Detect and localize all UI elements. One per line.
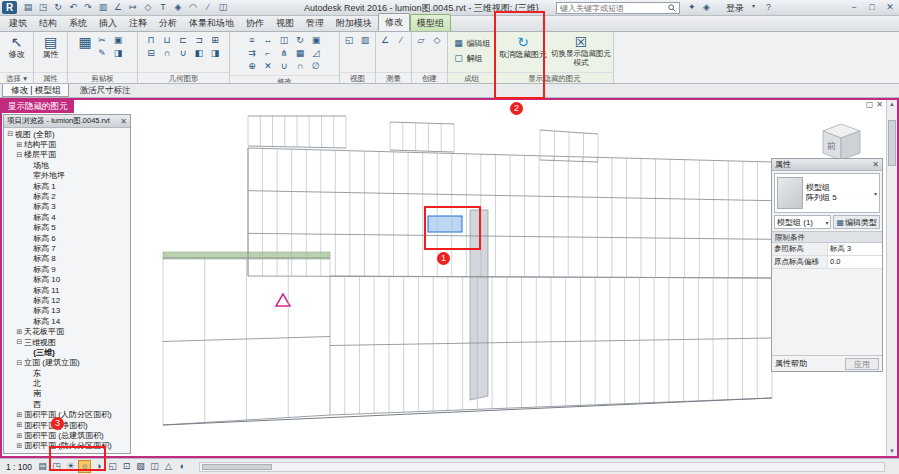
tab-12[interactable]: 修改 [378, 13, 410, 31]
undo-icon[interactable]: ↶ [66, 1, 80, 14]
copy-to-clipboard-icon[interactable]: ▣ [111, 34, 126, 47]
minimize-icon[interactable]: − [847, 1, 861, 14]
viewcube[interactable]: 前 [817, 120, 863, 162]
measure-distance-icon[interactable]: ∠ [378, 34, 393, 47]
tree-item[interactable]: ⊞天花板平面 [4, 326, 130, 336]
tree-item[interactable]: 室外地坪 [4, 171, 130, 181]
tab-4[interactable]: 插入 [93, 15, 123, 31]
tree-expander-icon[interactable]: ⊞ [15, 421, 24, 429]
tree-item[interactable]: 标高 11 [4, 285, 130, 295]
tree-item[interactable]: ⊞面积平面 (总建筑面积) [4, 430, 130, 440]
tree-item[interactable]: 标高 1 [4, 181, 130, 191]
join-geometry-icon[interactable]: ⊔ [160, 34, 175, 47]
tree-item[interactable]: 标高 14 [4, 316, 130, 326]
tree-item[interactable]: ⊟立面 (建筑立面) [4, 358, 130, 368]
context-mode-tab[interactable]: 修改 | 模型组 [2, 84, 69, 97]
selection-filter-dropdown[interactable]: 模型组 (1)▾ [774, 215, 831, 229]
tab-3[interactable]: 系统 [63, 15, 93, 31]
edit-type-button[interactable]: ▦ 编辑类型 [833, 215, 880, 229]
tree-expander-icon[interactable]: ⊞ [15, 328, 24, 336]
trim-icon[interactable]: ⌐ [261, 47, 276, 60]
cope-icon[interactable]: ⊓ [144, 34, 159, 47]
cut-geometry-icon[interactable]: ∩ [160, 47, 175, 60]
analytical-model-icon[interactable]: ◫ [148, 460, 161, 473]
view-close-icon[interactable]: ✕ [876, 100, 883, 109]
panel-label-select[interactable]: 选择 ▾ [0, 72, 33, 83]
maximize-icon[interactable]: □ [865, 1, 879, 14]
tag-icon[interactable]: ◇ [141, 1, 155, 14]
communication-center-icon[interactable]: ◈ [703, 2, 710, 12]
tab-10[interactable]: 管理 [300, 15, 330, 31]
rotate-icon[interactable]: ↻ [293, 34, 308, 47]
tree-item[interactable]: 标高 13 [4, 306, 130, 316]
param-value[interactable]: 0.0 [828, 256, 882, 269]
properties-help-link[interactable]: 属性帮助 [775, 358, 807, 369]
horizontal-scrollbar[interactable] [199, 462, 885, 472]
tree-item[interactable]: 标高 4 [4, 212, 130, 222]
tree-item[interactable]: 标高 12 [4, 295, 130, 305]
join-icon[interactable]: ∪ [277, 60, 292, 73]
section-icon[interactable]: ◠ [186, 1, 200, 14]
save-icon[interactable]: ◳ [36, 1, 50, 14]
tree-item[interactable]: 标高 3 [4, 202, 130, 212]
tree-expander-icon[interactable]: ⊟ [15, 338, 24, 346]
cut-icon[interactable]: ✂ [95, 34, 110, 47]
apply-button[interactable]: 应用 [845, 358, 879, 370]
displacement-sets-icon[interactable]: △ [162, 460, 175, 473]
revit-app-menu-button[interactable]: R [2, 1, 17, 14]
pin-icon[interactable]: ⊕ [245, 60, 260, 73]
tree-item[interactable]: ⊞面积平面 (人防分区面积) [4, 410, 130, 420]
tree-item[interactable]: {三维} [4, 347, 130, 357]
view-restore-icon[interactable]: ▢ [866, 100, 874, 109]
switch-windows-icon[interactable]: ◫ [216, 1, 230, 14]
array-icon[interactable]: ▦ [293, 47, 308, 60]
offset-icon[interactable]: ⇉ [245, 47, 260, 60]
help-icon[interactable]: ? [766, 2, 771, 12]
uncut-geometry-icon[interactable]: ∪ [176, 47, 191, 60]
align-icon[interactable]: ≡ [245, 34, 260, 47]
delete-icon[interactable]: ✕ [261, 60, 276, 73]
tab-1[interactable]: 建筑 [3, 15, 33, 31]
mirror-icon[interactable]: ◫ [277, 34, 292, 47]
tab-5[interactable]: 注释 [123, 15, 153, 31]
tab-13[interactable]: 模型组 [410, 14, 451, 31]
wall-join-icon[interactable]: ⊏ [176, 34, 191, 47]
tab-11[interactable]: 附加模块 [330, 15, 378, 31]
demolish-icon[interactable]: ◧ [192, 47, 207, 60]
horizontal-scroll-thumb[interactable] [202, 464, 272, 470]
toggle-reveal-mode-button[interactable]: ☒ 切换显示隐藏图元模式 [551, 34, 611, 67]
create-similar-icon[interactable]: ▱ [414, 34, 429, 47]
show-crop-region-icon[interactable]: ⊡ [120, 460, 133, 473]
tree-item[interactable]: 标高 10 [4, 274, 130, 284]
tab-9[interactable]: 视图 [270, 15, 300, 31]
unjoin-icon[interactable]: ∅ [309, 60, 324, 73]
close-icon[interactable]: ✕ [883, 1, 897, 14]
scale-icon[interactable]: ◿ [309, 47, 324, 60]
tree-item[interactable]: ⊟三维视图 [4, 337, 130, 347]
properties-button[interactable]: ▤ 属性 [43, 34, 59, 59]
paste-options-icon[interactable]: ◨ [111, 47, 126, 60]
tree-item[interactable]: 标高 6 [4, 233, 130, 243]
tree-expander-icon[interactable]: ⊟ [15, 359, 24, 367]
tree-item[interactable]: 南 [4, 389, 130, 399]
ungroup-button[interactable]: ▢ 解组 [453, 52, 491, 65]
sync-icon[interactable]: ↻ [51, 1, 65, 14]
signin-chevron-icon[interactable]: ▾ [752, 2, 755, 9]
tree-item[interactable]: 标高 9 [4, 264, 130, 274]
tree-item[interactable]: 场地 [4, 160, 130, 170]
paint-icon[interactable]: ⊟ [144, 47, 159, 60]
tree-item[interactable]: 标高 7 [4, 243, 130, 253]
create-group-icon[interactable]: ◇ [430, 34, 445, 47]
close-icon[interactable]: ✕ [872, 160, 879, 169]
tree-expander-icon[interactable]: ⊞ [15, 141, 24, 149]
tree-expander-icon[interactable]: ⊟ [15, 151, 24, 159]
print-icon[interactable]: ▥ [96, 1, 110, 14]
paste-button[interactable]: ▦ [78, 34, 91, 50]
crop-view-icon[interactable]: ◱ [106, 460, 119, 473]
beam-join-icon[interactable]: ⊐ [192, 34, 207, 47]
param-value[interactable]: 标高 3 [828, 243, 882, 256]
vertical-scroll-thumb[interactable] [888, 120, 896, 166]
split-icon[interactable]: ⋔ [277, 47, 292, 60]
thin-lines-icon[interactable]: ∕ [201, 1, 215, 14]
redo-icon[interactable]: ↷ [81, 1, 95, 14]
